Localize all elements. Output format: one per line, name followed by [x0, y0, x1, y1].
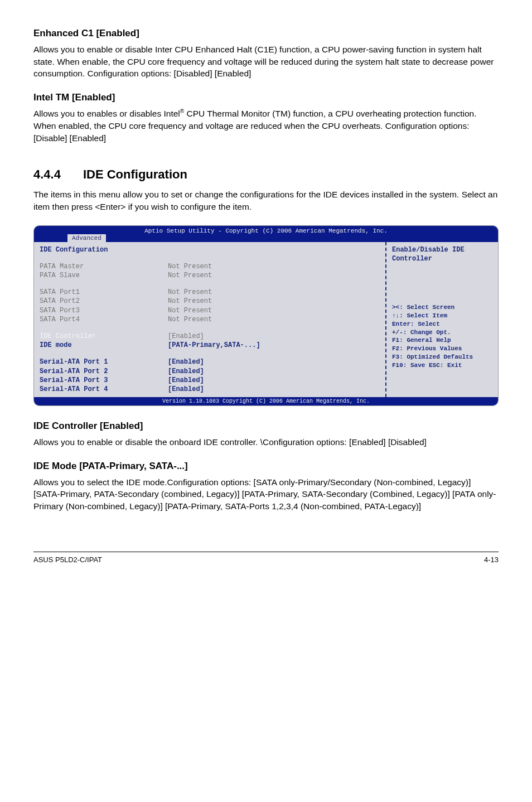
ide-mode-text: Allows you to select the IDE mode.Config…	[33, 476, 499, 513]
bios-row-sata1: SATA Port1 Not Present	[40, 288, 380, 297]
bios-right-description: Enable/Disable IDE Controller	[392, 245, 492, 263]
bios-config-title: IDE Configuration	[40, 245, 168, 254]
section-number: 4.4.4	[33, 167, 61, 182]
bios-help-text: ><: Select Screen ↑↓: Select Item Enter:…	[392, 303, 492, 370]
intel-tm-text-prefix: Allows you to enables or disables Intel	[33, 109, 180, 118]
bios-right-pane: Enable/Disable IDE Controller ><: Select…	[386, 242, 498, 397]
bios-row-serial1: Serial-ATA Port 1 [Enabled]	[40, 357, 380, 366]
footer-right: 4-13	[484, 555, 499, 564]
intel-tm-text: Allows you to enables or disables Intel®…	[33, 108, 499, 144]
bios-row-sata4: SATA Port4 Not Present	[40, 315, 380, 324]
bios-screenshot: Aptio Setup Utility - Copyright (C) 2006…	[33, 225, 499, 406]
ide-config-intro: The items in this menu allow you to set …	[33, 189, 499, 212]
section-title: IDE Configuration	[83, 167, 187, 181]
bios-row-ide-controller: IDE Controller [Enabled]	[40, 332, 380, 341]
bios-body: IDE Configuration PATA Master Not Presen…	[34, 242, 498, 397]
ide-mode-heading: IDE Mode [PATA-Primary, SATA-...]	[33, 461, 499, 472]
bios-row-sata2: SATA Port2 Not Present	[40, 297, 380, 306]
bios-row-pata-slave: PATA Slave Not Present	[40, 271, 380, 280]
footer-left: ASUS P5LD2-C/IPAT	[33, 555, 102, 564]
page-footer: ASUS P5LD2-C/IPAT 4-13	[33, 552, 499, 564]
bios-row-serial2: Serial-ATA Port 2 [Enabled]	[40, 367, 380, 376]
bios-header-title: Aptio Setup Utility - Copyright (C) 2006…	[34, 228, 498, 234]
bios-row-sata3: SATA Port3 Not Present	[40, 306, 380, 315]
bios-config-title-row: IDE Configuration	[40, 245, 380, 254]
ide-config-section-heading: 4.4.4IDE Configuration	[33, 167, 499, 182]
bios-row-pata-master: PATA Master Not Present	[40, 262, 380, 271]
enhanced-c1-text: Allows you to enable or disable Inter CP…	[33, 44, 499, 80]
ide-controller-text: Allows you to enable or disable the onbo…	[33, 436, 499, 448]
bios-tab-row: Advanced	[34, 234, 498, 242]
bios-row-serial4: Serial-ATA Port 4 [Enabled]	[40, 385, 380, 394]
bios-row-serial3: Serial-ATA Port 3 [Enabled]	[40, 376, 380, 385]
bios-footer: Version 1.18.1083 Copyright (C) 2006 Ame…	[34, 397, 498, 405]
intel-tm-heading: Intel TM [Enabled]	[33, 92, 499, 103]
ide-controller-heading: IDE Controller [Enabled]	[33, 421, 499, 432]
bios-left-pane: IDE Configuration PATA Master Not Presen…	[34, 242, 386, 397]
bios-row-ide-mode: IDE mode [PATA-Primary,SATA-...]	[40, 341, 380, 350]
bios-tab-advanced: Advanced	[67, 234, 106, 242]
enhanced-c1-heading: Enhanced C1 [Enabled]	[33, 28, 499, 39]
bios-header: Aptio Setup Utility - Copyright (C) 2006…	[34, 226, 498, 242]
